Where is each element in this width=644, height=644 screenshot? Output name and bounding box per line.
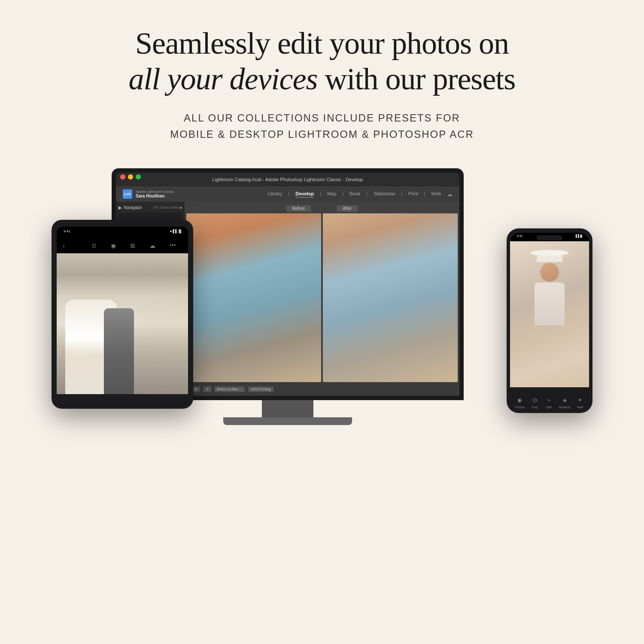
tablet-icon-more[interactable]: ••• bbox=[170, 242, 176, 249]
phone-heal-icon: ✦ bbox=[576, 396, 584, 404]
lr-user: Sara Houlihan bbox=[136, 194, 174, 198]
lr-soft-proofing[interactable]: Soft Proofing bbox=[248, 386, 273, 392]
phone-status-bar: 9:41 ▌▌▓ bbox=[510, 234, 589, 237]
tablet-icon-4[interactable]: ☁ bbox=[149, 242, 155, 249]
phone-photo bbox=[510, 241, 589, 387]
laptop-stand-neck bbox=[262, 400, 313, 417]
lr-logo-area: LrC Adobe Lightroom Classic Sara Houliha… bbox=[123, 189, 174, 199]
phone-model-figure bbox=[530, 250, 569, 325]
phone-tool-presets[interactable]: ◉ Presets bbox=[515, 396, 525, 409]
tablet-icon-3[interactable]: ⊞ bbox=[130, 242, 135, 249]
lr-nav-develop[interactable]: Develop bbox=[295, 191, 314, 197]
laptop-titlebar: Lightroom Catalog.lrcat - Adobe Photosho… bbox=[116, 173, 459, 186]
lr-nav-web[interactable]: Web bbox=[431, 191, 441, 197]
phone-tool-label-heal: Heal bbox=[577, 406, 583, 409]
tablet-status-icons: ● ▌▌ ▓ bbox=[170, 229, 181, 233]
subheadline-line1: ALL OUR COLLECTIONS INCLUDE PRESETS FOR bbox=[170, 110, 474, 126]
close-button-icon[interactable] bbox=[120, 174, 125, 179]
lr-nav-map[interactable]: Map bbox=[327, 191, 336, 197]
subheadline: ALL OUR COLLECTIONS INCLUDE PRESETS FOR … bbox=[170, 110, 474, 143]
lr-nav-library[interactable]: Library bbox=[268, 191, 283, 197]
phone-tool-label-edit: Edit bbox=[547, 406, 552, 409]
tablet-body: 9:41 ● ▌▌ ▓ ‹ ⊙ ◉ ⊞ ☁ ••• bbox=[52, 220, 193, 409]
tablet-icon-1[interactable]: ⊙ bbox=[91, 242, 97, 249]
lr-logo: LrC bbox=[123, 189, 132, 199]
headline-line1: Seamlessly edit your photos on bbox=[129, 26, 516, 61]
phone-tool-heal[interactable]: ✦ Heal bbox=[576, 396, 584, 409]
tablet-screen: 9:41 ● ▌▌ ▓ ‹ ⊙ ◉ ⊞ ☁ ••• bbox=[57, 227, 188, 402]
tablet-device: 9:41 ● ▌▌ ▓ ‹ ⊙ ◉ ⊞ ☁ ••• bbox=[52, 220, 193, 409]
lr-nav-slideshow[interactable]: Slideshow bbox=[374, 191, 395, 197]
minimize-button-icon[interactable] bbox=[128, 174, 133, 179]
phone-screen: 9:41 ▌▌▓ bbox=[510, 233, 589, 409]
phone-tool-crop[interactable]: ⊡ Crop bbox=[531, 396, 539, 409]
lr-nav-print[interactable]: Print bbox=[408, 191, 418, 197]
headline-normal: with our presets bbox=[317, 62, 515, 96]
phone-device: 9:41 ▌▌▓ bbox=[507, 228, 592, 413]
tablet-time: 9:41 bbox=[64, 229, 70, 233]
tablet-icon-spacer bbox=[69, 242, 77, 249]
phone-tool-label-crop: Crop bbox=[532, 406, 538, 409]
lr-photo-canvas-after bbox=[323, 213, 458, 382]
lr-before-label: Before bbox=[286, 205, 311, 212]
lr-app-info: Adobe Lightroom Classic Sara Houlihan bbox=[136, 190, 174, 198]
lr-bottom-ratio-btn[interactable]: Y bbox=[204, 386, 211, 392]
maximize-button-icon[interactable] bbox=[136, 174, 141, 179]
phone-tool-edit[interactable]: ≡ Edit bbox=[545, 396, 553, 409]
lr-main-area: Before After bbox=[185, 202, 459, 396]
groom-figure bbox=[104, 308, 134, 394]
lr-photos-row bbox=[185, 213, 459, 382]
headline-italic: all your devices bbox=[129, 62, 318, 96]
phone-edit-icon: ≡ bbox=[545, 396, 553, 404]
phone-tool-label-masking: Masking bbox=[559, 406, 570, 409]
lr-before-after: Before After bbox=[185, 202, 459, 213]
phone-time: 9:41 bbox=[517, 234, 523, 237]
headline: Seamlessly edit your photos on all your … bbox=[129, 26, 516, 97]
lr-photo-before bbox=[186, 213, 321, 382]
phone-tool-label-presets: Presets bbox=[515, 406, 525, 409]
traffic-lights bbox=[120, 174, 141, 179]
subheadline-line2: MOBILE & DESKTOP LIGHTROOM & PHOTOSHOP A… bbox=[170, 126, 474, 143]
tablet-back-button[interactable]: ‹ bbox=[63, 242, 65, 250]
headline-line2: all your devices with our presets bbox=[129, 61, 516, 97]
lr-top-bar: LrC Adobe Lightroom Classic Sara Houliha… bbox=[116, 186, 459, 202]
lr-nav: Library | Develop | Map | Book | Slidesh… bbox=[268, 191, 453, 197]
tablet-status-bar: 9:41 ● ▌▌ ▓ bbox=[57, 229, 188, 233]
phone-tool-masking[interactable]: ◈ Masking bbox=[559, 396, 570, 409]
phone-presets-icon: ◉ bbox=[515, 396, 524, 404]
laptop-titlebar-text: Lightroom Catalog.lrcat - Adobe Photosho… bbox=[213, 177, 363, 182]
tablet-photo bbox=[57, 253, 188, 394]
devices-container: Lightroom Catalog.lrcat - Adobe Photosho… bbox=[52, 168, 592, 546]
lr-nav-book[interactable]: Book bbox=[349, 191, 360, 197]
tablet-toolbar: ◉ Presets ⊡ Crop ≡ Edit ◈ Masking bbox=[57, 394, 188, 402]
phone-model-head bbox=[540, 263, 559, 282]
lr-after-label: After bbox=[337, 205, 358, 212]
phone-body: 9:41 ▌▌▓ bbox=[507, 228, 592, 413]
phone-masking-icon: ◈ bbox=[560, 396, 569, 404]
tablet-top-icons: ⊙ ◉ ⊞ ☁ ••• bbox=[57, 242, 188, 249]
tablet-icon-2[interactable]: ◉ bbox=[111, 242, 116, 249]
lr-bottom-ba-btn[interactable]: Before & After ... bbox=[215, 386, 245, 392]
lr-bottom-bar: ⊞ ⊟ Y Before & After ... Soft Proofing bbox=[185, 382, 459, 396]
lr-navigator-title: ▶ Navigator FIT 100% 200% ◆ bbox=[118, 205, 182, 210]
phone-model-body bbox=[535, 283, 565, 325]
phone-status-icons: ▌▌▓ bbox=[576, 234, 582, 237]
lr-photo-after bbox=[323, 213, 458, 382]
lr-photo-canvas-before bbox=[186, 213, 321, 382]
phone-crop-icon: ⊡ bbox=[531, 396, 539, 404]
hat-brim bbox=[530, 250, 569, 256]
lr-app-name: Adobe Lightroom Classic bbox=[136, 190, 174, 194]
laptop-stand-base bbox=[223, 417, 352, 425]
phone-toolbar: ◉ Presets ⊡ Crop ≡ Edit ◈ Masking bbox=[510, 387, 589, 409]
